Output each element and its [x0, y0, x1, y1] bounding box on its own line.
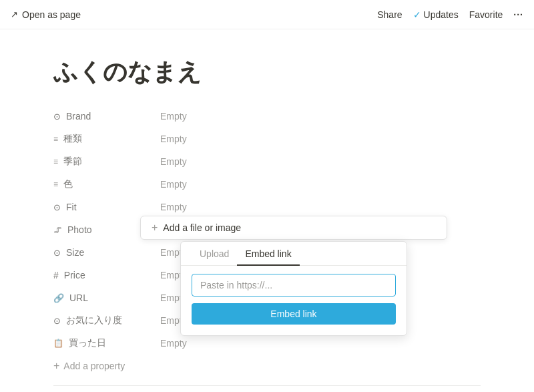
add-property-plus-icon: + — [53, 360, 59, 372]
content-divider — [53, 385, 481, 386]
season-icon: ≡ — [53, 157, 58, 166]
bought-date-value[interactable]: Empty — [160, 338, 187, 349]
property-row-season: ≡ 季節 Empty — [53, 150, 481, 173]
updates-label: Updates — [424, 9, 459, 20]
color-value[interactable]: Empty — [160, 179, 187, 190]
add-file-label: Add a file or image — [163, 222, 241, 233]
embed-dropdown: Upload Embed link Embed link — [180, 241, 407, 336]
fit-label-text: Fit — [66, 202, 77, 212]
page-title[interactable]: ふくのなまえ — [53, 56, 481, 89]
checkmark-icon: ✓ — [413, 9, 421, 20]
toolbar: ↗ Open as page Share ✓ Updates Favorite … — [0, 0, 534, 29]
more-options-button[interactable]: ··· — [513, 9, 523, 20]
property-label-bought-date[interactable]: 📋 買った日 — [53, 337, 160, 349]
property-label-type[interactable]: ≡ 種類 — [53, 133, 160, 145]
property-label-season[interactable]: ≡ 季節 — [53, 156, 160, 168]
updates-button[interactable]: ✓ Updates — [413, 9, 459, 20]
plus-icon: + — [152, 222, 158, 234]
bought-date-icon: 📋 — [53, 339, 63, 348]
type-value[interactable]: Empty — [160, 134, 187, 144]
color-icon: ≡ — [53, 180, 58, 189]
url-label-text: URL — [69, 292, 88, 303]
add-property-label: Add a property — [63, 361, 125, 371]
add-property-button[interactable]: + Add a property — [53, 357, 481, 375]
embed-url-input[interactable] — [192, 274, 396, 297]
share-label: Share — [377, 9, 402, 20]
property-row-fit: ⊙ Fit Empty — [53, 196, 481, 218]
share-button[interactable]: Share — [377, 9, 402, 20]
type-icon: ≡ — [53, 134, 58, 144]
bought-date-label-text: 買った日 — [69, 337, 106, 349]
favorite-label-text: お気に入り度 — [66, 315, 122, 327]
page-icon: ↗ — [11, 9, 18, 19]
size-label-text: Size — [66, 247, 84, 258]
tab-upload[interactable]: Upload — [192, 242, 237, 266]
tab-embed-label: Embed link — [245, 248, 291, 259]
season-label-text: 季節 — [63, 156, 82, 168]
brand-icon: ⊙ — [53, 112, 61, 122]
page-content: ふくのなまえ ⊙ Brand Empty ≡ 種類 Empty ≡ 季節 Emp… — [0, 29, 534, 392]
embed-link-button[interactable]: Embed link — [192, 303, 396, 325]
favorite-button[interactable]: Favorite — [469, 9, 503, 20]
tab-upload-label: Upload — [200, 248, 229, 259]
toolbar-actions: Share ✓ Updates Favorite ··· — [377, 9, 523, 20]
photo-label-text: Photo — [67, 224, 92, 235]
property-row-photo: 🖇 Photo + Add a file or image Upload Emb… — [53, 218, 481, 241]
property-row-brand: ⊙ Brand Empty — [53, 105, 481, 128]
open-as-page-button[interactable]: ↗ Open as page — [11, 9, 81, 20]
brand-label-text: Brand — [66, 111, 91, 122]
season-value[interactable]: Empty — [160, 156, 187, 167]
url-icon: 🔗 — [53, 293, 64, 303]
color-label-text: 色 — [63, 178, 73, 190]
add-file-bar[interactable]: + Add a file or image — [140, 216, 447, 240]
size-icon: ⊙ — [53, 248, 61, 258]
tab-embed-link[interactable]: Embed link — [237, 242, 299, 266]
property-label-fit[interactable]: ⊙ Fit — [53, 202, 160, 212]
fit-icon: ⊙ — [53, 202, 61, 212]
embed-body: Embed link — [181, 266, 407, 335]
embed-link-button-label: Embed link — [270, 309, 316, 319]
fit-value[interactable]: Empty — [160, 202, 187, 212]
property-label-brand[interactable]: ⊙ Brand — [53, 111, 160, 122]
property-row-color: ≡ 色 Empty — [53, 173, 481, 196]
type-label-text: 種類 — [63, 133, 82, 145]
price-icon: # — [53, 270, 59, 280]
embed-tabs: Upload Embed link — [181, 242, 407, 266]
property-row-type: ≡ 種類 Empty — [53, 128, 481, 150]
open-as-page-label: Open as page — [22, 9, 81, 20]
property-label-color[interactable]: ≡ 色 — [53, 178, 160, 190]
photo-popup-container: + Add a file or image Upload Embed link … — [140, 216, 447, 336]
price-label-text: Price — [64, 270, 85, 280]
favorite-rating-icon: ⊙ — [53, 316, 61, 326]
brand-value[interactable]: Empty — [160, 111, 187, 122]
photo-icon: 🖇 — [53, 225, 62, 235]
